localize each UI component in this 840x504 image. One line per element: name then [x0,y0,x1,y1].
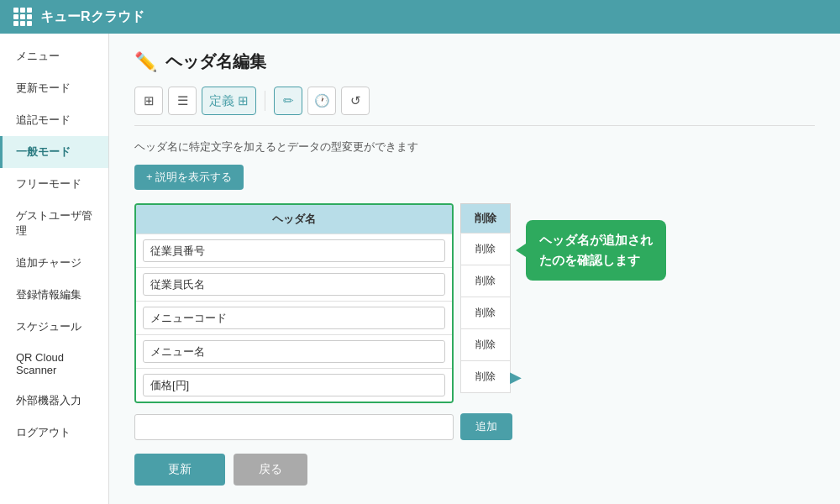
delete-row-1-btn[interactable]: 削除 [460,265,511,297]
add-row-area: 追加 [134,413,512,440]
topbar: キューRクラウド [0,0,840,34]
page-header: ✏️ ヘッダ名編集 [134,50,815,73]
back-button[interactable]: 戻る [234,454,307,486]
toolbar-list-view-btn[interactable]: ☰ [168,87,197,115]
toolbar-history-btn[interactable]: 🕐 [307,87,336,115]
add-header-button[interactable]: 追加 [460,413,512,440]
sidebar-item-external-device[interactable]: 外部機器入力 [0,385,108,417]
tooltip-bubble: ヘッダ名が追加され たのを確認します [526,220,666,281]
delete-row-2-btn[interactable]: 削除 [460,297,511,328]
toolbar-edit-btn[interactable]: ✏ [274,87,302,115]
arrow-icon: ▶ [510,368,522,386]
delete-col-header: 削除 [460,203,511,233]
row-4-cell [136,369,452,402]
sidebar-item-add-charge[interactable]: 追加チャージ [0,247,108,279]
pencil-icon: ✏️ [134,51,157,73]
sidebar-item-schedule[interactable]: スケジュール [0,311,108,343]
toolbar: ⊞ ☰ 定義 ⊞ ✏ 🕐 ↺ [134,87,815,126]
sidebar-item-update-mode[interactable]: 更新モード [0,72,108,104]
sidebar-item-logout[interactable]: ログアウト [0,417,108,449]
update-button[interactable]: 更新 [134,454,225,486]
header-name-col-label: ヘッダ名 [136,205,452,234]
sidebar-item-qr-scanner[interactable]: QR Cloud Scanner [0,343,108,385]
row-0-cell [136,234,452,267]
delete-row-4-btn[interactable]: 削除 ▶ [460,360,511,393]
row-1-cell [136,268,452,301]
sidebar: メニュー 更新モード 追記モード 一般モード フリーモード ゲストユーザ管理 追… [0,34,109,504]
page-title: ヘッダ名編集 [165,50,266,73]
toolbar-def-btn[interactable]: 定義 ⊞ [202,87,256,115]
left-area: ヘッダ名 [134,203,512,486]
table-row [136,234,452,267]
sidebar-item-append-mode[interactable]: 追記モード [0,104,108,136]
description-text: ヘッダ名に特定文字を加えるとデータの型変更ができます [134,139,815,155]
toolbar-def-label: 定義 [209,93,234,109]
sidebar-item-edit-info[interactable]: 登録情報編集 [0,279,108,311]
table-row [136,368,452,402]
row-2-cell [136,302,452,334]
sidebar-item-menu[interactable]: メニュー [0,40,108,72]
show-description-button[interactable]: + 説明を表示する [134,165,244,190]
delete-column: 削除 削除 削除 削除 削除 削除 ▶ [460,203,511,393]
header-table-section: ヘッダ名 [134,203,512,413]
main-content: ✏️ ヘッダ名編集 ⊞ ☰ 定義 ⊞ ✏ 🕐 ↺ ヘッダ名に特定文字を加えるとデ… [109,34,840,504]
table-row [136,267,452,301]
toolbar-def-grid-icon: ⊞ [238,93,249,108]
table-body [136,234,452,402]
bottom-buttons: 更新 戻る [134,454,512,486]
toolbar-refresh-btn[interactable]: ↺ [341,87,370,115]
row-1-input[interactable] [143,273,445,296]
content-area: ヘッダ名 [134,203,815,486]
delete-row-3-btn[interactable]: 削除 [460,328,511,360]
table-row [136,334,452,368]
header-name-table: ヘッダ名 [134,203,454,403]
row-0-input[interactable] [143,239,445,262]
app-title: キューRクラウド [40,8,144,26]
toolbar-grid-view-btn[interactable]: ⊞ [134,87,163,115]
row-4-input[interactable] [143,374,445,396]
row-2-input[interactable] [143,307,445,329]
sidebar-item-guest-user[interactable]: ゲストユーザ管理 [0,200,108,247]
app-grid-icon [13,8,32,26]
table-header-row: ヘッダ名 [136,205,452,234]
sidebar-item-general-mode[interactable]: 一般モード [0,136,108,168]
delete-row-0-btn[interactable]: 削除 [460,233,511,265]
sidebar-item-free-mode[interactable]: フリーモード [0,168,108,200]
row-3-input[interactable] [143,340,445,363]
table-row [136,301,452,334]
tooltip-line2: たのを確認します [539,253,640,267]
tooltip-line1: ヘッダ名が追加され [539,233,653,247]
add-header-input[interactable] [134,414,454,440]
row-3-cell [136,335,452,368]
